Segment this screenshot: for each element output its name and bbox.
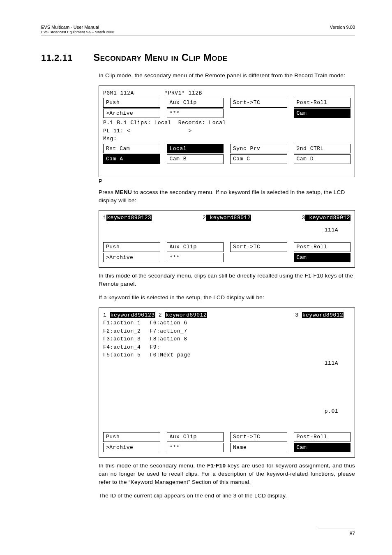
lcd2-archive: >Archive [103, 253, 160, 263]
lcd1-auxclip: Aux Clip [167, 98, 224, 108]
section-number: 11.2.11 [41, 53, 90, 63]
lcd-display-3: 1 keyword890123 2 keyword89012 3 keyword… [99, 308, 355, 458]
lcd2-postroll: Post-Roll [294, 242, 351, 252]
lcd2-cam: Cam [294, 253, 351, 263]
lcd1-2ndctrl: 2nd CTRL [294, 144, 351, 154]
lcd2-stars: *** [167, 253, 224, 263]
page-header: EVS Multicam - User Manual EVS Broadcast… [41, 25, 355, 35]
lcd1-pl-line: PL 11: < > [103, 127, 350, 135]
header-title: EVS Multicam - User Manual [41, 25, 114, 30]
lcd3-fcol1: F1:action_1 F2:action_2 F3:action_3 F4:a… [103, 319, 141, 431]
lcd1-stars: *** [167, 109, 224, 118]
lcd3-cam: Cam [294, 443, 351, 453]
lcd1-msg-line: Msg: [103, 135, 350, 143]
if-keyword-para: If a keyword file is selected in the set… [99, 294, 355, 302]
lcd3-right1: 111A [304, 359, 338, 368]
section-title: Secondary Menu in Clip Mode [93, 52, 227, 63]
lcd-display-1: PGM1 112A *PRV1* 112B Push Aux Clip Sort… [99, 86, 355, 178]
lcd2-push: Push [103, 242, 160, 252]
intro-para: In Clip mode, the secondary menu of the … [99, 72, 355, 80]
id-line-para: The ID of the current clip appears on th… [99, 492, 355, 500]
lcd3-fcol2: F6:action_6 F7:action_7 F8:action_8 F9: … [150, 319, 191, 431]
lcd1-cam: Cam [294, 109, 351, 118]
lcd1-archive: >Archive [103, 109, 160, 118]
lcd3-archive: >Archive [103, 443, 160, 453]
last-para: In this mode of the secondary menu, the … [99, 462, 355, 486]
lcd3-keyword-row: 1 keyword890123 2 keyword89012 3 keyword… [103, 311, 350, 319]
header-subtitle: EVS Broadcast Equipment SA – March 2008 [41, 30, 114, 34]
lcd3-push: Push [103, 432, 160, 442]
lcd1-camd: Cam D [294, 154, 351, 164]
recall-para: In this mode of the secondary menu, clip… [99, 272, 355, 288]
lcd3-stars: *** [167, 443, 224, 453]
lcd3-name: Name [230, 443, 287, 453]
lcd1-push: Push [103, 98, 160, 108]
lcd3-right2: p.01 [304, 407, 338, 416]
lcd1-clips-line: P.1 B.1 Clips: Local Records: Local [103, 119, 350, 127]
lcd-display-2: 1keyword890123 2 keyword89012 3 keyword8… [99, 210, 355, 268]
page-number: 87 [318, 529, 355, 536]
lcd1-postroll: Post-Roll [294, 98, 351, 108]
stray-p: P [99, 178, 355, 184]
lcd3-postroll: Post-Roll [294, 432, 351, 442]
header-version: Version 9.00 [330, 25, 355, 34]
lcd2-auxclip: Aux Clip [167, 242, 224, 252]
press-menu-para: Press MENU to access the secondary menu.… [99, 188, 355, 204]
lcd1-local: Local [167, 144, 224, 154]
lcd3-auxclip: Aux Clip [167, 432, 224, 442]
lcd3-sorttc: Sort->TC [230, 432, 287, 442]
lcd3-fkeys: F1:action_1 F2:action_2 F3:action_3 F4:a… [103, 319, 350, 431]
section-heading: 11.2.11 Secondary Menu in Clip Mode [41, 52, 355, 63]
lcd2-keyword-row: 1keyword890123 2 keyword89012 3 keyword8… [103, 214, 350, 222]
lcd2-code: 111A [103, 226, 350, 234]
lcd1-rstcam: Rst Cam [103, 144, 160, 154]
lcd1-header: PGM1 112A *PRV1* 112B [103, 89, 350, 97]
lcd1-cama: Cam A [103, 154, 160, 164]
lcd1-sorttc: Sort->TC [230, 98, 287, 108]
lcd2-sorttc: Sort->TC [230, 242, 287, 252]
lcd1-syncprv: Sync Prv [230, 144, 287, 154]
lcd1-camb: Cam B [167, 154, 224, 164]
lcd1-camc: Cam C [230, 154, 287, 164]
